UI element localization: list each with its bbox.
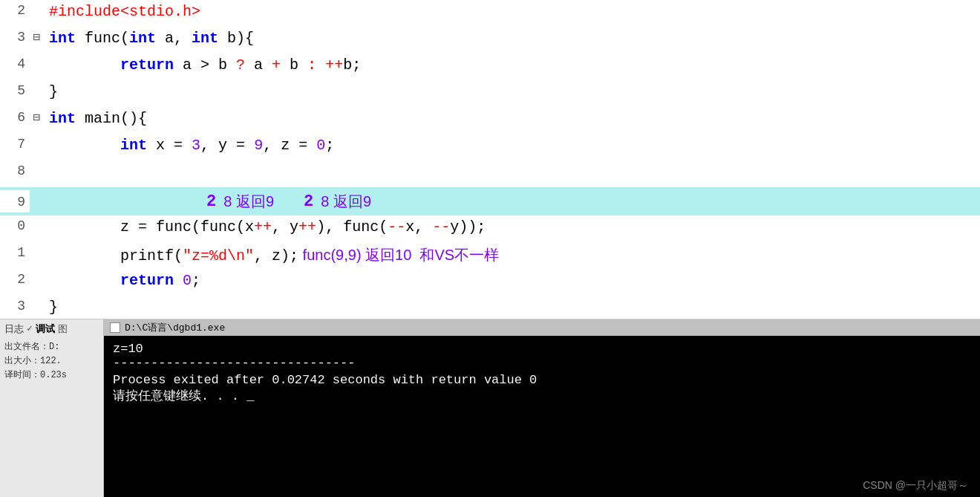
code-line-4: 4 return a > b ? a + b : ++b; [0, 53, 980, 80]
ann-num-2: 2 [304, 192, 313, 211]
line-content-7: int x = 3, y = 9, z = 0; [43, 134, 980, 157]
console-body: z=10 -------------------------------- Pr… [104, 336, 980, 410]
code-line-11: 1 printf("z=%d\n", z); func(9,9) 返回10 和V… [0, 242, 980, 269]
console-title: D:\C语言\dgbd1.exe [125, 321, 225, 334]
watermark: CSDN @一只小超哥～ [863, 479, 968, 493]
annotation-content: 2 8 返回9 2 8 返回9 [43, 192, 980, 212]
code-line-6: 6 ⊟ int main(){ [0, 107, 980, 134]
line-marker-12 [30, 269, 43, 275]
annotation-row: 9 2 8 返回9 2 8 返回9 [0, 187, 980, 215]
code-line-12: 2 return 0; [0, 269, 980, 296]
ann-num-1: 2 [206, 192, 216, 211]
code-line-10: 0 z = func(func(x++, y++), func(--x, --y… [0, 215, 980, 242]
code-line-2: 2 #include<stdio.h> [0, 0, 980, 27]
console-divider: -------------------------------- [113, 356, 971, 370]
line-num-4: 4 [0, 53, 30, 74]
line-marker-2 [30, 0, 43, 6]
status-filename: 出文件名：D: [4, 340, 99, 353]
ann-text-1: 8 返回9 [223, 192, 274, 212]
line-num-3: 3 [0, 27, 30, 48]
line-marker-11 [30, 242, 43, 248]
line-content-11: printf("z=%d\n", z); func(9,9) 返回10 和VS不… [43, 242, 980, 268]
code-line-8: 8 [0, 160, 980, 187]
code-line-5: 5 } [0, 80, 980, 107]
ann-text-2: 8 返回9 [321, 192, 371, 212]
line-content-4: return a > b ? a + b : ++b; [43, 53, 980, 77]
console-process-text: Process exited after 0.02742 seconds wit… [113, 373, 971, 387]
line-num-11: 1 [0, 242, 30, 263]
line-marker-13 [30, 296, 43, 302]
tab-debug[interactable]: 调试 [36, 322, 55, 336]
line-num-5: 5 [0, 80, 30, 101]
code-editor: 2 #include<stdio.h> 3 ⊟ int func(int a, … [0, 0, 980, 319]
line-marker-5 [30, 80, 43, 86]
tab-icon: 图 [58, 322, 68, 336]
line-content-5: } [43, 80, 980, 103]
console-titlebar: D:\C语言\dgbd1.exe [104, 319, 980, 336]
line-marker-3: ⊟ [30, 27, 43, 48]
console-window-icon [110, 322, 120, 333]
tab-log[interactable]: 日志 [4, 322, 24, 336]
line-num-2: 2 [0, 0, 30, 21]
console-output: z=10 [113, 342, 971, 356]
line-content-3: int func(int a, int b){ [43, 27, 980, 50]
line-content-10: z = func(func(x++, y++), func(--x, --y))… [43, 215, 980, 238]
line-content-2: #include<stdio.h> [43, 0, 980, 23]
line-marker-6: ⊟ [30, 107, 43, 128]
code-line-13: 3 } [0, 296, 980, 319]
line-num-12: 2 [0, 269, 30, 290]
status-tabs: 日志 ✓ 调试 图 [4, 322, 99, 336]
line-num-9: 9 [0, 190, 30, 212]
line-content-13: } [43, 296, 980, 319]
line-content-12: return 0; [43, 269, 980, 292]
left-status-panel: 日志 ✓ 调试 图 出文件名：D: 出大小：122. 译时间：0.23s [0, 319, 104, 497]
status-filesize: 出大小：122. [4, 354, 99, 367]
line-marker-7 [30, 134, 43, 140]
line-num-7: 7 [0, 134, 30, 155]
line-marker-8 [30, 160, 43, 166]
line-num-10: 0 [0, 215, 30, 236]
line-content-8 [43, 160, 980, 183]
console-continue-text: 请按任意键继续. . . _ [113, 387, 971, 404]
bottom-panel: 日志 ✓ 调试 图 出文件名：D: 出大小：122. 译时间：0.23s D:\… [0, 319, 980, 497]
main-container: 2 #include<stdio.h> 3 ⊟ int func(int a, … [0, 0, 980, 497]
line-num-6: 6 [0, 107, 30, 128]
code-line-3: 3 ⊟ int func(int a, int b){ [0, 27, 980, 53]
line-num-13: 3 [0, 296, 30, 316]
status-buildtime: 译时间：0.23s [4, 368, 99, 381]
annotation-spacer: 9 [0, 190, 43, 212]
console-area: D:\C语言\dgbd1.exe z=10 ------------------… [104, 319, 980, 497]
line-content-6: int main(){ [43, 107, 980, 130]
code-line-7: 7 int x = 3, y = 9, z = 0; [0, 134, 980, 160]
line-marker-10 [30, 215, 43, 221]
line-marker-4 [30, 53, 43, 59]
line-num-8: 8 [0, 160, 30, 181]
